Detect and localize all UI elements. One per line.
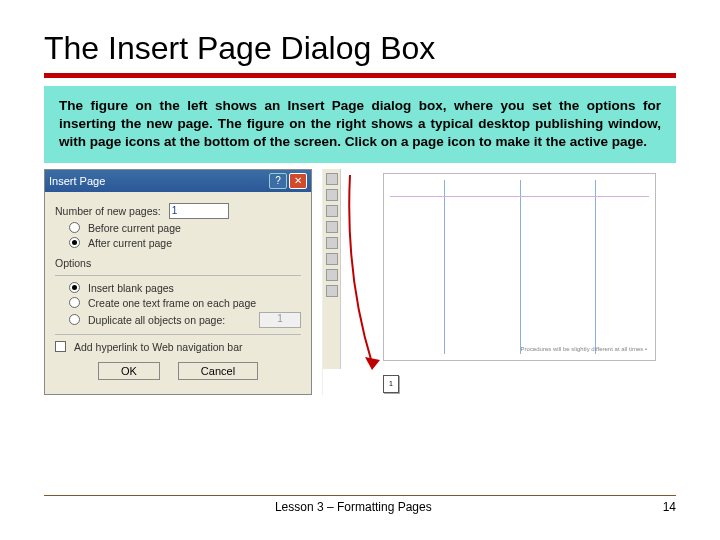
insert-page-dialog: Insert Page ? ✕ Number of new pages: Bef… (44, 169, 312, 395)
page-canvas: Procedures will be slightly different at… (383, 173, 656, 361)
tool-icon[interactable] (326, 253, 338, 265)
tool-icon[interactable] (326, 269, 338, 281)
guide-line (520, 180, 521, 354)
footer-lesson: Lesson 3 – Formatting Pages (44, 500, 663, 514)
blank-radio[interactable] (69, 282, 80, 293)
tool-icon[interactable] (326, 205, 338, 217)
dialog-title-text: Insert Page (49, 175, 267, 187)
footer-divider (44, 495, 676, 496)
dialog-titlebar: Insert Page ? ✕ (45, 170, 311, 192)
textframe-radio[interactable] (69, 297, 80, 308)
blank-label: Insert blank pages (88, 282, 174, 294)
slide-title: The Insert Page Dialog Box (44, 30, 676, 67)
textframe-label: Create one text frame on each page (88, 297, 256, 309)
footer-page-number: 14 (663, 500, 676, 514)
options-heading: Options (55, 257, 301, 269)
tool-icon[interactable] (326, 173, 338, 185)
duplicate-page-spinner[interactable]: 1 (259, 312, 301, 328)
tool-icon[interactable] (326, 237, 338, 249)
after-label: After current page (88, 237, 172, 249)
figures-row: Insert Page ? ✕ Number of new pages: Bef… (44, 169, 676, 395)
publishing-window: Procedures will be slightly different at… (322, 169, 676, 395)
description-box: The figure on the left shows an Insert P… (44, 86, 676, 163)
ok-button[interactable]: OK (98, 362, 160, 380)
before-label: Before current page (88, 222, 181, 234)
duplicate-radio[interactable] (69, 314, 80, 325)
guide-line (444, 180, 445, 354)
before-radio[interactable] (69, 222, 80, 233)
title-underline (44, 73, 676, 78)
duplicate-label: Duplicate all objects on page: (88, 314, 225, 326)
num-pages-input[interactable] (169, 203, 229, 219)
divider (55, 275, 301, 276)
page-strip: 1 (383, 375, 399, 393)
after-radio[interactable] (69, 237, 80, 248)
tool-icon[interactable] (326, 221, 338, 233)
guide-line (390, 196, 649, 197)
slide-footer: Lesson 3 – Formatting Pages 14 (44, 495, 676, 514)
hyperlink-label: Add hyperlink to Web navigation bar (74, 341, 243, 353)
vertical-toolbar (323, 169, 341, 369)
canvas-note: Procedures will be slightly different at… (521, 346, 647, 352)
guide-line (595, 180, 596, 354)
tool-icon[interactable] (326, 189, 338, 201)
help-icon[interactable]: ? (269, 173, 287, 189)
num-pages-label: Number of new pages: (55, 205, 161, 217)
close-icon[interactable]: ✕ (289, 173, 307, 189)
divider2 (55, 334, 301, 335)
page-icon[interactable]: 1 (383, 375, 399, 393)
tool-icon[interactable] (326, 285, 338, 297)
hyperlink-checkbox[interactable] (55, 341, 66, 352)
cancel-button[interactable]: Cancel (178, 362, 258, 380)
